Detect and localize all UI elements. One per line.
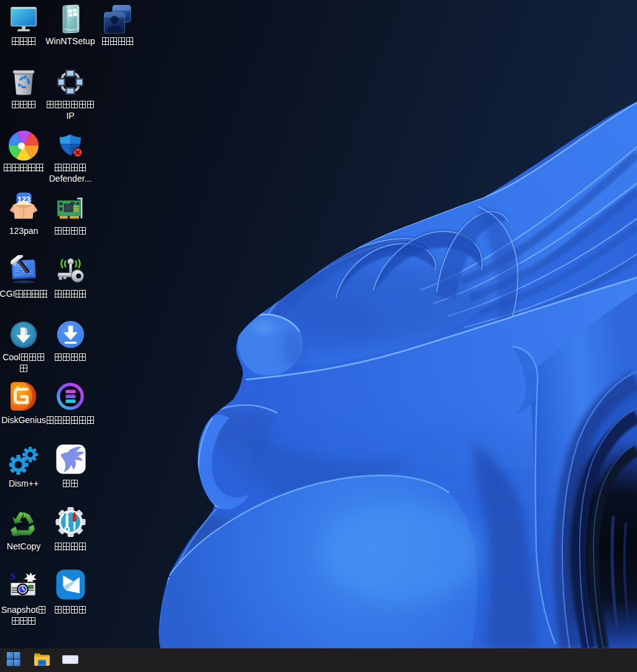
- svg-text:S: S: [11, 572, 16, 581]
